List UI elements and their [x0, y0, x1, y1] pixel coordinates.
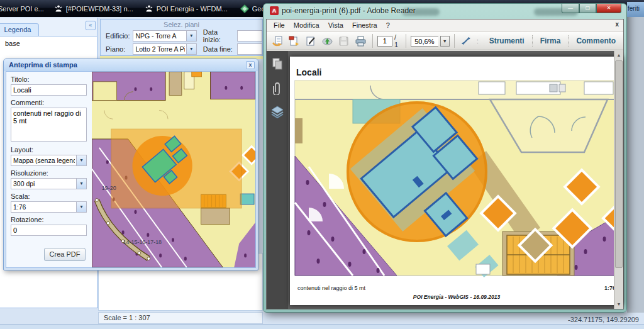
- maximize-button[interactable]: ▢: [579, 4, 596, 13]
- edificio-value: NPG - Torre A: [135, 32, 184, 40]
- open-file-button[interactable]: [270, 34, 285, 48]
- geoserver-icon: [240, 4, 249, 13]
- taskbar-item-label: [#POIEWFDM-33] n...: [66, 5, 133, 13]
- tab-legenda[interactable]: Legenda: [0, 23, 39, 36]
- zoom-level-input[interactable]: 50,6%: [411, 36, 438, 47]
- jira-icon: [54, 4, 63, 13]
- piano-combobox[interactable]: Lotto 2 Torre A Piano 5 ▾: [133, 43, 196, 55]
- layout-value: Mappa (senza legenda): [13, 157, 75, 164]
- chevron-down-icon[interactable]: ▾: [76, 179, 86, 189]
- taskbar-item-label: POI Energia - WFDM...: [157, 5, 228, 13]
- taskbar-item-server-poi[interactable]: Server POI e...: [0, 5, 44, 13]
- create-pdf-button[interactable]: [287, 34, 301, 48]
- chevron-down-icon[interactable]: ▾: [76, 202, 86, 212]
- pdf-footer-left: contenuti nel raggio di 5 mt: [297, 285, 366, 291]
- scale-statusbar: Scale = 1 : 307: [98, 312, 263, 324]
- upload-cloud-button[interactable]: [320, 34, 335, 48]
- document-row: Locali: [267, 51, 623, 309]
- dialog-title: Anteprima di stampa: [9, 61, 77, 69]
- scrollbar-thumb[interactable]: [615, 60, 623, 268]
- commenti-textarea[interactable]: contenuti nel raggio di 5 mt: [11, 108, 87, 142]
- jira-icon: [145, 4, 153, 13]
- risoluzione-combobox[interactable]: 300 dpi ▾: [11, 178, 87, 189]
- scala-value: 1:76: [13, 203, 75, 211]
- print-options-form: Titolo: Commenti: contenuti nel raggio d…: [6, 72, 92, 267]
- pdf-page: Locali: [290, 57, 623, 305]
- panel-title: Selez. piani: [101, 21, 262, 28]
- create-pdf-icon: [288, 36, 300, 47]
- page-thumbnails-icon[interactable]: [270, 57, 285, 71]
- vertical-scrollbar[interactable]: ▲ ▼: [614, 51, 623, 309]
- collapse-panel-button[interactable]: «: [86, 21, 96, 30]
- pdf-title: Locali: [296, 67, 321, 77]
- navigation-sidebar: [267, 51, 288, 309]
- dialog-body: Titolo: Commenti: contenuti nel raggio d…: [6, 71, 256, 268]
- page-number-input[interactable]: [377, 36, 392, 47]
- window-controls: — ▢ ✕: [562, 4, 621, 13]
- attachments-paperclip-icon[interactable]: [270, 81, 285, 95]
- edificio-combobox[interactable]: NPG - Torre A ▾: [133, 30, 196, 42]
- risoluzione-label: Risoluzione:: [11, 169, 87, 177]
- menu-finestra[interactable]: Finestra: [348, 21, 382, 29]
- window-titlebar[interactable]: A poi-energia-print (6).pdf - Adobe Read…: [270, 6, 416, 15]
- menu-modifica[interactable]: Modifica: [289, 21, 324, 29]
- close-pane-icon[interactable]: x: [615, 21, 619, 28]
- titolo-input[interactable]: [11, 84, 87, 96]
- taskbar-item-label: Server POI e...: [0, 5, 44, 13]
- map-coordinates: -324.71175, 149.29209: [568, 316, 639, 323]
- cloud-upload-icon: [321, 36, 333, 47]
- adobe-reader-window: A poi-energia-print (6).pdf - Adobe Read…: [263, 3, 627, 313]
- toolbar-separator: [406, 34, 406, 48]
- piano-value: Lotto 2 Torre A Piano 5: [135, 45, 184, 53]
- app-bottom-strip: [0, 324, 644, 329]
- layers-icon[interactable]: [270, 105, 285, 119]
- fit-window-button[interactable]: [459, 34, 474, 48]
- legend-item-base[interactable]: base: [5, 40, 20, 47]
- taskbar-item-poi-energia[interactable]: POI Energia - WFDM...: [145, 4, 228, 13]
- strumenti-link[interactable]: Strumenti: [482, 35, 532, 47]
- pdf-floorplan-svg: Locali: [290, 57, 623, 305]
- chevron-down-icon[interactable]: ▾: [76, 155, 86, 165]
- rotazione-label: Rotazione:: [11, 216, 87, 223]
- risoluzione-value: 300 dpi: [13, 180, 75, 187]
- scala-combobox[interactable]: 1:76 ▾: [11, 201, 87, 213]
- chevron-down-icon[interactable]: ▾: [186, 31, 196, 41]
- toolbar-panels: Strumenti Firma Commento: [482, 32, 623, 50]
- rotazione-input[interactable]: [11, 225, 87, 236]
- scale-value: Scale = 1 : 307: [104, 314, 150, 321]
- map-preview[interactable]: 19-20 14-15-16-17-18: [92, 72, 255, 267]
- toolbar-separator: [372, 34, 373, 48]
- menu-help[interactable]: ?: [382, 21, 394, 29]
- background-browser-edge: [627, 17, 644, 313]
- window-content: File Modifica Vista Finestra ? x / 1: [266, 19, 624, 309]
- document-area[interactable]: Locali: [288, 51, 623, 309]
- crea-pdf-button[interactable]: Crea PDF: [44, 248, 86, 261]
- bookmarks-bar-fragment: feriti: [627, 2, 644, 17]
- toolbar-separator: [454, 34, 455, 48]
- taskbar-item-jira-ticket[interactable]: [#POIEWFDM-33] n...: [54, 4, 133, 13]
- close-button[interactable]: ✕: [596, 4, 621, 13]
- dialog-header[interactable]: Anteprima di stampa x: [4, 59, 258, 71]
- data-fine-input[interactable]: [237, 43, 262, 55]
- minimize-button[interactable]: —: [562, 4, 579, 13]
- edificio-label: Edificio:: [106, 32, 133, 40]
- chevron-down-icon[interactable]: ▾: [186, 44, 196, 54]
- firma-link[interactable]: Firma: [532, 35, 569, 47]
- toolbar: / 1 50,6% ▼ : Strumenti Firma Commento: [267, 32, 623, 50]
- close-icon[interactable]: x: [246, 61, 255, 69]
- scroll-up-icon[interactable]: ▲: [614, 51, 623, 60]
- floorplan-preview-svg: 19-20 14-15-16-17-18: [92, 72, 255, 267]
- save-icon: [338, 36, 350, 47]
- scroll-down-icon[interactable]: ▼: [614, 300, 623, 309]
- sign-document-button[interactable]: [304, 34, 318, 48]
- layout-combobox[interactable]: Mappa (senza legenda) ▾: [11, 155, 87, 166]
- zoom-dropdown-button[interactable]: ▼: [440, 36, 450, 47]
- menu-file[interactable]: File: [269, 21, 289, 29]
- data-inizio-input[interactable]: [237, 30, 262, 42]
- print-button[interactable]: [353, 34, 368, 48]
- commento-link[interactable]: Commento: [568, 35, 623, 47]
- menu-vista[interactable]: Vista: [324, 21, 348, 29]
- save-button[interactable]: [336, 34, 351, 48]
- pdf-footer-center: POI Energia - WebGIS - 16.09.2013: [413, 294, 501, 300]
- page-count: / 1: [394, 33, 401, 48]
